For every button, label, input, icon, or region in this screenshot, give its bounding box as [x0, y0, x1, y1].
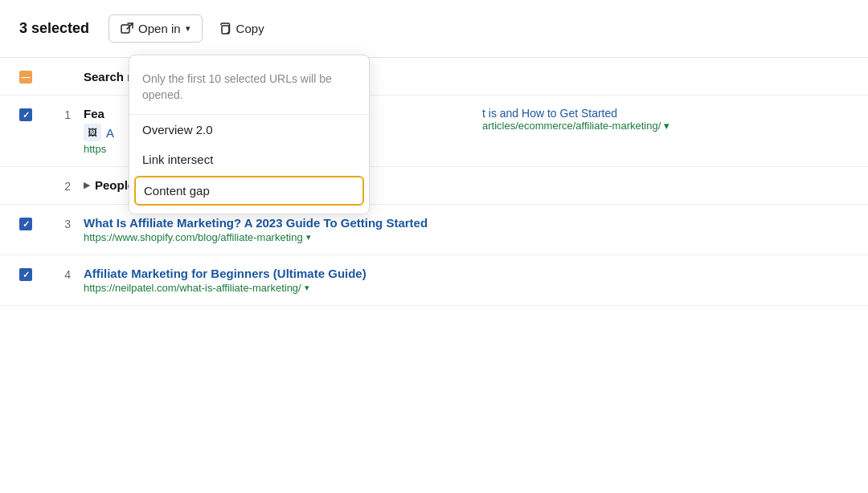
dropdown-item-content-gap[interactable]: Content gap [134, 176, 364, 206]
row4-url-arrow[interactable]: ▾ [305, 283, 309, 293]
dropdown-item-link-intersect[interactable]: Link intersect [129, 145, 369, 174]
row3-url: https://www.shopify.com/blog/affiliate-m… [84, 231, 849, 243]
row4-url: https://neilpatel.com/what-is-affiliate-… [84, 282, 849, 294]
row1-right-url: articles/ecommerce/affiliate-marketing/ … [482, 120, 849, 132]
dropdown-note: Only the first 10 selected URLs will be … [129, 62, 369, 115]
row1-link-partial[interactable]: A [106, 126, 114, 140]
svg-rect-0 [121, 25, 129, 33]
chevron-down-icon: ▾ [186, 23, 190, 34]
toolbar: 3 selected Open in ▾ Copy Only the first… [0, 0, 868, 58]
image-thumbnail-icon: 🖼 [84, 124, 101, 141]
expand-arrow-icon[interactable]: ▶ [84, 180, 90, 190]
copy-icon [219, 22, 231, 35]
table-row-neilpatel: ✓ 4 Affiliate Marketing for Beginners (U… [0, 255, 868, 306]
row3-url-arrow[interactable]: ▾ [306, 232, 311, 242]
copy-button[interactable]: Copy [215, 15, 268, 42]
row4-title[interactable]: Affiliate Marketing for Beginners (Ultim… [84, 267, 849, 280]
minus-checkbox[interactable]: — [19, 71, 32, 84]
selected-count: 3 selected [19, 20, 89, 37]
copy-label: Copy [236, 22, 264, 35]
open-in-icon [121, 22, 133, 35]
row3-title[interactable]: What Is Affiliate Marketing? A 2023 Guid… [84, 216, 849, 230]
row4-checkbox[interactable]: ✓ [19, 268, 39, 281]
header-checkbox[interactable]: — [19, 71, 39, 84]
open-in-dropdown: Only the first 10 selected URLs will be … [129, 55, 370, 214]
url-dropdown-arrow[interactable]: ▾ [664, 120, 669, 132]
row3-checkbox[interactable]: ✓ [19, 218, 39, 230]
dropdown-item-overview[interactable]: Overview 2.0 [129, 115, 369, 145]
row1-checkbox[interactable]: ✓ [19, 108, 39, 121]
row1-right-link[interactable]: t is and How to Get Started [482, 107, 849, 120]
open-in-label: Open in [138, 22, 181, 35]
open-in-button[interactable]: Open in ▾ [108, 14, 203, 43]
